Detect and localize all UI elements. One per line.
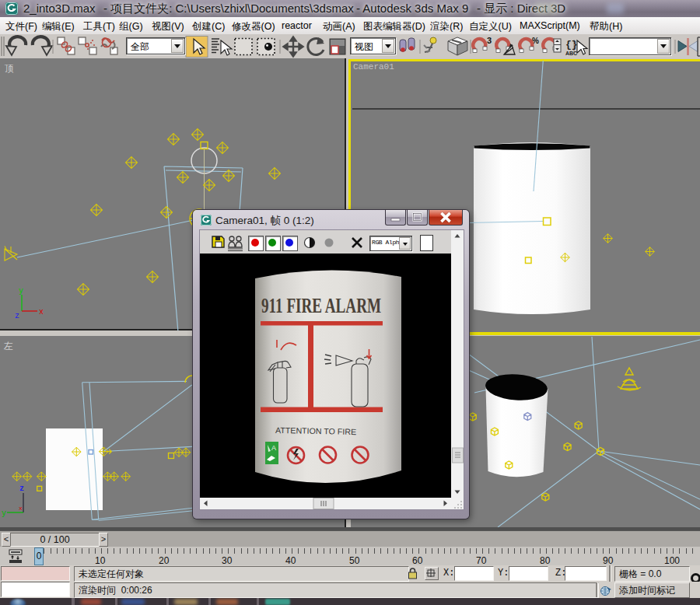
- svg-text:%: %: [532, 37, 539, 45]
- svg-text:A: A: [271, 444, 276, 452]
- svg-text:ATTENTION TO FIRE: ATTENTION TO FIRE: [275, 425, 356, 436]
- svg-text:3: 3: [487, 36, 492, 45]
- svg-text:911 FIRE ALARM: 911 FIRE ALARM: [261, 294, 381, 317]
- svg-text:{}: {}: [565, 39, 578, 51]
- svg-text:ABC: ABC: [565, 51, 577, 56]
